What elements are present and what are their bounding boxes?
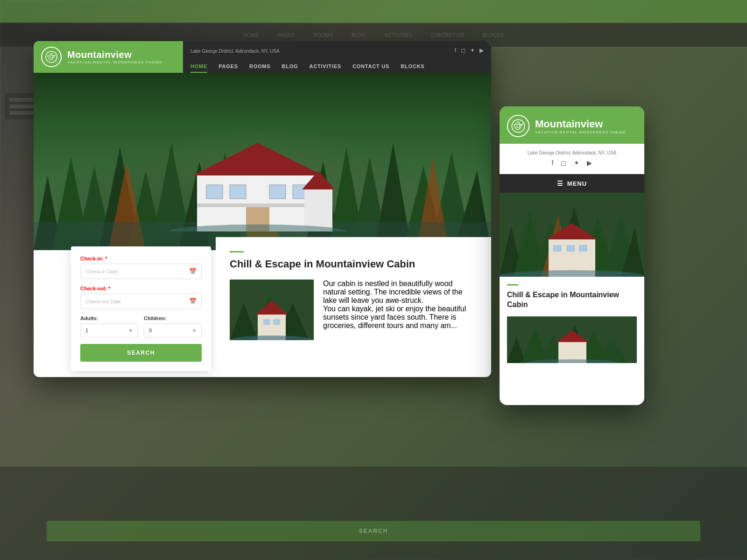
booking-form: Check-in: * Check-in Date 📅 Check-out: *…	[71, 246, 211, 371]
svg-rect-56	[579, 245, 587, 252]
mobile-logo-icon	[507, 115, 529, 137]
content-body: Our cabin is nestled in beautifully wood…	[230, 280, 477, 340]
menu-label: MENU	[567, 180, 587, 187]
nav-location: Lake George District, Adirondack, NY, US…	[190, 47, 279, 54]
svg-rect-28	[197, 203, 318, 207]
svg-point-1	[50, 56, 53, 58]
bg-nav-item: HOME	[243, 32, 259, 38]
mobile-content-image	[507, 316, 637, 363]
content-area: Chill & Escape in Mountainview Cabin Our	[216, 237, 491, 354]
mobile-brand-tagline: VACATION RENTAL WORDPRESS THEME	[535, 130, 626, 134]
nav-contact[interactable]: CONTACT US	[352, 63, 389, 73]
adults-dropdown-arrow: ▼	[128, 328, 133, 333]
calendar-icon: 📅	[189, 268, 197, 275]
bg-nav-item: BLOCKS	[483, 32, 504, 38]
mobile-nav[interactable]: ☰ MENU	[500, 174, 644, 193]
svg-point-42	[517, 125, 520, 128]
nav-social: f ◻ ✦ ▶	[455, 47, 484, 54]
calendar-icon: 📅	[189, 298, 197, 305]
svg-rect-25	[269, 185, 286, 199]
nav-links: HOME PAGES ROOMS BLOG ACTIVITIES CONTACT…	[190, 63, 484, 73]
mobile-info: Lake George District, Adirondack, NY, US…	[500, 144, 644, 174]
checkout-input[interactable]: Check-out Date 📅	[80, 294, 202, 309]
mobile-location: Lake George District, Adirondack, NY, US…	[507, 150, 637, 155]
checkin-input[interactable]: Check-in Date 📅	[80, 264, 202, 279]
bg-nav-item: ROOMS	[313, 32, 333, 38]
logo-area: Mountainview VACATION RENTAL WORDPRESS T…	[34, 41, 183, 73]
content-title: Chill & Escape in Mountainview Cabin	[230, 258, 477, 270]
mobile-logo-area: Mountainview VACATION RENTAL WORDPRESS T…	[500, 106, 644, 144]
nav-activities[interactable]: ACTIVITIES	[309, 63, 341, 73]
svg-rect-24	[230, 185, 246, 199]
svg-rect-29	[304, 189, 332, 231]
svg-rect-55	[566, 245, 575, 252]
bg-search-btn: SEARCH	[47, 521, 700, 541]
adults-value: 1	[85, 328, 88, 333]
children-col: Children: 0 ▼	[144, 315, 202, 337]
checkout-label: Check-out: *	[80, 286, 202, 291]
hamburger-icon: ☰	[557, 180, 564, 187]
nav-home[interactable]: HOME	[190, 63, 207, 73]
desktop-mockup: Mountainview VACATION RENTAL WORDPRESS T…	[34, 41, 491, 377]
checkout-placeholder: Check-out Date	[85, 299, 121, 304]
svg-rect-38	[263, 319, 270, 325]
mobile-instagram-icon[interactable]: ◻	[561, 159, 566, 167]
brand-name: Mountainview	[67, 49, 162, 60]
bg-nav-item: PAGES	[277, 32, 295, 38]
content-paragraph2: You can kayak, jet ski or enjoy the beau…	[323, 305, 477, 330]
checkin-label: Check-in: *	[80, 256, 202, 261]
adults-col: Adults: 1 ▼	[80, 315, 138, 337]
mobile-youtube-icon[interactable]: ▶	[587, 159, 592, 167]
mobile-hero-image	[500, 193, 644, 277]
content-paragraph1: Our cabin is nestled in beautifully wood…	[323, 280, 477, 305]
svg-rect-39	[273, 319, 280, 325]
facebook-icon[interactable]: f	[455, 47, 456, 54]
green-accent-line	[230, 251, 244, 252]
guests-row: Adults: 1 ▼ Children: 0 ▼	[80, 315, 202, 337]
svg-marker-22	[192, 143, 323, 175]
logo-text: Mountainview VACATION RENTAL WORDPRESS T…	[67, 49, 162, 64]
children-label: Children:	[144, 315, 202, 321]
bg-nav-item: BLOG	[352, 32, 366, 38]
mobile-green-line	[507, 284, 518, 286]
mobile-brand-name: Mountainview	[535, 118, 626, 130]
house-svg	[169, 138, 346, 231]
checkin-group: Check-in: * Check-in Date 📅	[80, 256, 202, 279]
checkin-placeholder: Check-in Date	[85, 269, 118, 274]
mobile-social: f ◻ ✦ ▶	[507, 159, 637, 170]
nav-blog[interactable]: BLOG	[282, 63, 298, 73]
logo-icon	[41, 47, 62, 67]
bg-bottom: SEARCH	[0, 467, 747, 560]
svg-rect-54	[553, 245, 562, 252]
youtube-icon[interactable]: ▶	[479, 47, 484, 54]
instagram-icon[interactable]: ◻	[461, 47, 465, 54]
content-text: Our cabin is nestled in beautifully wood…	[323, 280, 477, 340]
mobile-twitter-icon[interactable]: ✦	[574, 159, 579, 167]
adults-label: Adults:	[80, 315, 138, 321]
checkout-group: Check-out: * Check-out Date 📅	[80, 286, 202, 309]
brand-tagline: VACATION RENTAL WORDPRESS THEME	[67, 60, 162, 64]
bg-nav-item: CONTACT US	[431, 32, 465, 38]
mobile-mockup: Mountainview VACATION RENTAL WORDPRESS T…	[500, 106, 644, 405]
children-value: 0	[149, 328, 152, 333]
children-dropdown-arrow: ▼	[192, 328, 197, 333]
nav-header-row: Lake George District, Adirondack, NY, US…	[190, 44, 484, 54]
mobile-content: Chill & Escape in Mountainview Cabin	[500, 277, 644, 371]
nav-pages[interactable]: PAGES	[218, 63, 238, 73]
children-select[interactable]: 0 ▼	[144, 323, 202, 337]
mobile-logo-text: Mountainview VACATION RENTAL WORDPRESS T…	[535, 118, 626, 134]
bg-nav-item: ACTIVITIES	[385, 32, 413, 38]
top-bar	[0, 0, 747, 22]
content-image	[230, 280, 314, 340]
search-button[interactable]: SEARCH	[80, 344, 202, 362]
nav-blocks[interactable]: BLOCKS	[401, 63, 424, 73]
mobile-facebook-icon[interactable]: f	[552, 159, 554, 167]
nav-area: Lake George District, Adirondack, NY, US…	[183, 41, 491, 73]
nav-rooms[interactable]: ROOMS	[249, 63, 271, 73]
adults-select[interactable]: 1 ▼	[80, 323, 138, 337]
bg-search-label: SEARCH	[359, 528, 388, 534]
hero-area	[34, 73, 491, 250]
twitter-icon[interactable]: ✦	[470, 47, 475, 54]
mobile-content-title: Chill & Escape in Mountainview Cabin	[507, 290, 637, 310]
svg-rect-23	[206, 185, 223, 199]
